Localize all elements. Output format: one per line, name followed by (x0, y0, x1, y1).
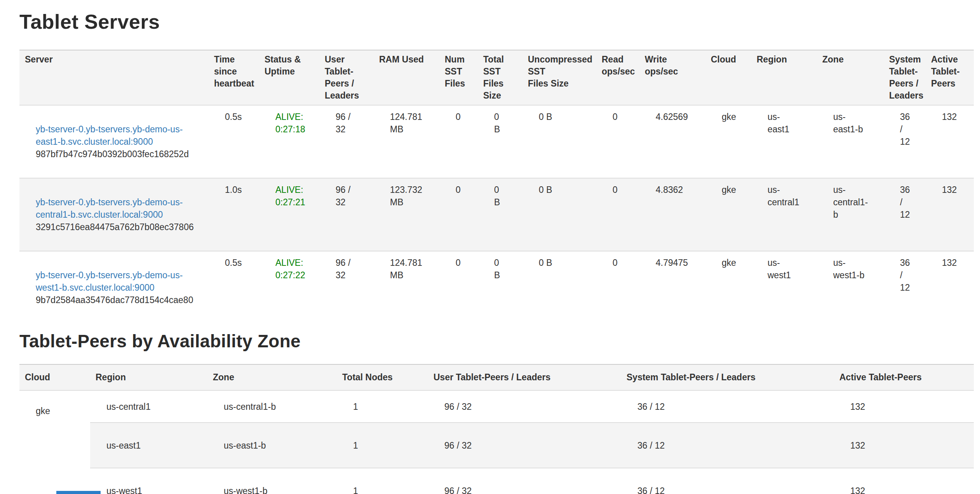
write-ops-value: 4.79475 (639, 251, 705, 324)
zone-value: us- central1- b (817, 178, 884, 251)
tablet-peers-by-zone-table: Cloud Region Zone Total Nodes User Table… (19, 364, 974, 494)
column-header-zone: Zone (207, 364, 337, 390)
column-header-num-sst-files: Num SST Files (439, 50, 478, 105)
zone-value: us- east1-b (817, 105, 884, 178)
cloud-value: gke (705, 178, 751, 251)
system-tablet-peers-value: 36 / 12 (884, 178, 926, 251)
system-tablet-peers-value: 36 / 12 (621, 390, 834, 423)
column-header-server: Server (19, 50, 209, 105)
region-value: us- central1 (751, 178, 817, 251)
time-since-heartbeat-value: 0.5s (209, 105, 259, 178)
cloud-value: gke (705, 105, 751, 178)
server-address-link[interactable]: yb-tserver-0.yb-tservers.yb-demo-us- wes… (36, 270, 183, 293)
column-header-total-sst-files-size: Total SST Files Size (478, 50, 522, 105)
column-header-active-tablet-peers: Active Tablet-Peers (834, 364, 974, 390)
column-header-cloud: Cloud (19, 364, 90, 390)
read-ops-value: 0 (596, 105, 639, 178)
column-header-cloud: Cloud (705, 50, 751, 105)
column-header-user-tablet-peers: User Tablet-Peers / Leaders (428, 364, 621, 390)
num-sst-files-value: 0 (439, 251, 478, 324)
ram-used-value: 123.732 MB (374, 178, 439, 251)
tablet-servers-table: Server Time since heartbeat Status & Upt… (19, 50, 974, 324)
region-value: us- west1 (751, 251, 817, 324)
total-nodes-value: 1 (337, 423, 428, 468)
column-header-region: Region (90, 364, 207, 390)
page-title: Tablet Servers (19, 10, 974, 33)
region-value: us- east1 (751, 105, 817, 178)
total-sst-files-size-value: 0 B (478, 178, 522, 251)
server-address-link[interactable]: yb-tserver-0.yb-tservers.yb-demo-us- cen… (36, 197, 183, 220)
server-address-link[interactable]: yb-tserver-0.yb-tservers.yb-demo-us- eas… (36, 124, 183, 147)
tserver-row-us-west1: yb-tserver-0.yb-tservers.yb-demo-us- wes… (19, 251, 974, 324)
tablet-servers-page: Tablet Servers Server Time since heartbe… (0, 0, 980, 494)
total-sst-files-size-value: 0 B (478, 105, 522, 178)
region-value: us-west1 (90, 468, 207, 494)
az-row-us-east1: us-east1 us-east1-b 1 96 / 32 36 / 12 13… (19, 423, 974, 468)
active-tablet-peers-value: 132 (834, 390, 974, 423)
column-header-active-tablet-peers: Active Tablet- Peers (926, 50, 974, 105)
num-sst-files-value: 0 (439, 105, 478, 178)
column-header-read-ops: Read ops/sec (596, 50, 639, 105)
az-row-us-west1: us-west1 us-west1-b 1 96 / 32 36 / 12 13… (19, 468, 974, 494)
total-nodes-value: 1 (337, 468, 428, 494)
user-tablet-peers-value: 96 / 32 (319, 251, 374, 324)
server-uuid: 3291c5716ea84475a762b7b08ec37806 (36, 221, 203, 233)
server-cell: yb-tserver-0.yb-tservers.yb-demo-us- cen… (19, 178, 209, 251)
total-sst-files-size-value: 0 B (478, 251, 522, 324)
active-tablet-peers-value: 132 (926, 251, 974, 324)
column-header-system-tablet-peers: System Tablet- Peers / Leaders (884, 50, 926, 105)
region-value: us-central1 (90, 390, 207, 423)
user-tablet-peers-value: 96 / 32 (428, 468, 621, 494)
az-header-row: Cloud Region Zone Total Nodes User Table… (19, 364, 974, 390)
write-ops-value: 4.8362 (639, 178, 705, 251)
cloud-value: gke (705, 251, 751, 324)
column-header-uncompressed-sst-files-size: Uncompressed SST Files Size (522, 50, 596, 105)
system-tablet-peers-value: 36 / 12 (621, 468, 834, 494)
user-tablet-peers-value: 96 / 32 (319, 105, 374, 178)
column-header-region: Region (751, 50, 817, 105)
az-row-us-central1: gke us-central1 us-central1-b 1 96 / 32 … (19, 390, 974, 423)
status-uptime-value: ALIVE: 0:27:18 (259, 105, 319, 178)
read-ops-value: 0 (596, 178, 639, 251)
user-tablet-peers-value: 96 / 32 (319, 178, 374, 251)
column-header-status-uptime: Status & Uptime (259, 50, 319, 105)
system-tablet-peers-value: 36 / 12 (884, 251, 926, 324)
zone-value: us-west1-b (207, 468, 337, 494)
system-tablet-peers-value: 36 / 12 (621, 423, 834, 468)
status-uptime-value: ALIVE: 0:27:22 (259, 251, 319, 324)
column-header-time-since-heartbeat: Time since heartbeat (209, 50, 259, 105)
uncompressed-sst-files-size-value: 0 B (522, 251, 596, 324)
total-nodes-value: 1 (337, 390, 428, 423)
ram-used-value: 124.781 MB (374, 251, 439, 324)
active-tablet-peers-value: 132 (834, 468, 974, 494)
column-header-ram-used: RAM Used (374, 50, 439, 105)
active-tablet-peers-value: 132 (926, 178, 974, 251)
num-sst-files-value: 0 (439, 178, 478, 251)
zone-value: us-east1-b (207, 423, 337, 468)
server-uuid: 987bf7b47c974b0392b003fec168252d (36, 148, 203, 160)
tserver-row-us-central1: yb-tserver-0.yb-tservers.yb-demo-us- cen… (19, 178, 974, 251)
zone-value: us-central1-b (207, 390, 337, 423)
time-since-heartbeat-value: 0.5s (209, 251, 259, 324)
active-tablet-peers-value: 132 (926, 105, 974, 178)
column-header-user-tablet-peers: User Tablet- Peers / Leaders (319, 50, 374, 105)
time-since-heartbeat-value: 1.0s (209, 178, 259, 251)
column-header-zone: Zone (817, 50, 884, 105)
active-tablet-peers-value: 132 (834, 423, 974, 468)
uncompressed-sst-files-size-value: 0 B (522, 178, 596, 251)
tablet-peers-by-zone-title: Tablet-Peers by Availability Zone (19, 331, 974, 352)
server-uuid: 9b7d2584aa35476dac778d154c4cae80 (36, 294, 203, 306)
system-tablet-peers-value: 36 / 12 (884, 105, 926, 178)
tserver-row-us-east1: yb-tserver-0.yb-tservers.yb-demo-us- eas… (19, 105, 974, 178)
server-cell: yb-tserver-0.yb-tservers.yb-demo-us- wes… (19, 251, 209, 324)
column-header-total-nodes: Total Nodes (337, 364, 428, 390)
user-tablet-peers-value: 96 / 32 (428, 390, 621, 423)
column-header-write-ops: Write ops/sec (639, 50, 705, 105)
server-cell: yb-tserver-0.yb-tservers.yb-demo-us- eas… (19, 105, 209, 178)
zone-value: us- west1-b (817, 251, 884, 324)
read-ops-value: 0 (596, 251, 639, 324)
region-value: us-east1 (90, 423, 207, 468)
status-uptime-value: ALIVE: 0:27:21 (259, 178, 319, 251)
ram-used-value: 124.781 MB (374, 105, 439, 178)
uncompressed-sst-files-size-value: 0 B (522, 105, 596, 178)
